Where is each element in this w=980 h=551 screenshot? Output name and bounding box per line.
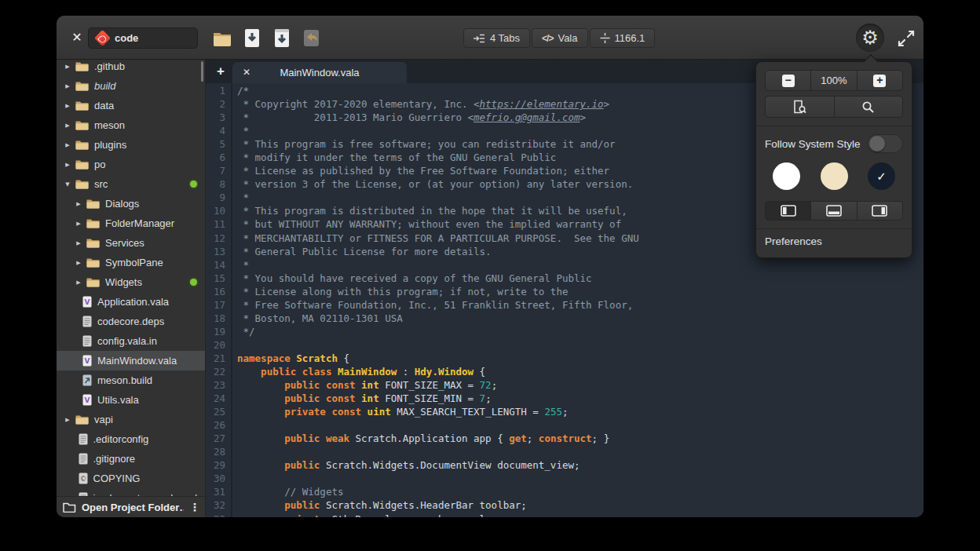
tree-item-codecore-deps[interactable]: codecore.deps [57,312,205,331]
style-sepia-option[interactable] [821,162,848,190]
expander-closed-icon[interactable]: ▶ [63,83,72,89]
expander-closed-icon[interactable]: ▶ [63,103,72,109]
code-line[interactable]: 31 // Widgets [206,485,923,498]
tree-item-plugins[interactable]: ▶plugins [57,135,205,155]
zoom-level[interactable]: 100% [811,70,857,91]
expander-closed-icon[interactable]: ▶ [74,240,83,246]
save-button[interactable] [243,28,263,48]
style-light-option[interactable] [773,162,800,190]
tree-item-data[interactable]: ▶data [57,96,205,115]
expander-closed-icon[interactable]: ▶ [63,64,72,70]
goto-line-button[interactable]: 1166.1 [590,28,656,48]
tree-item-config-vala-in[interactable]: config.vala.in [57,331,205,351]
vcs-modified-badge [190,181,197,188]
tree-item-meson[interactable]: ▶meson [57,115,205,135]
tree-item-vapi[interactable]: ▶vapi [57,410,205,429]
line-number: 26 [206,418,232,432]
code-line[interactable]: 18 * Boston, MA 02110-1301 USA [206,312,923,325]
code-line[interactable]: 19 */ [206,325,923,338]
tree-item-label: build [94,80,115,92]
follow-system-style-row: Follow System Style [756,126,912,153]
code-line[interactable]: 23 public const int FONT_SIZE_MAX = 72; [206,378,923,392]
tree-item-copying[interactable]: ©COPYING [57,469,205,488]
tab-mainwindow-vala[interactable]: ✕ MainWindow.vala [232,62,407,83]
code-line[interactable]: 29 public Scratch.Widgets.DocumentView d… [206,458,923,472]
find-in-project-button[interactable] [765,96,835,118]
expander-closed-icon[interactable]: ▶ [63,162,72,168]
open-project-folder-button[interactable]: Open Project Folder… [82,502,184,513]
project-chooser-button[interactable]: code [88,27,198,49]
zoom-out-button[interactable]: − [765,70,811,91]
code-line[interactable]: 24 public const int FONT_SIZE_MIN = 7; [206,392,923,405]
fullscreen-button[interactable] [897,29,916,48]
tree-item-meson-build[interactable]: meson.build [57,370,205,390]
tree-item-widgets[interactable]: ▶Widgets [57,272,205,292]
tree-item-io-elementary-code-yml[interactable]: io.elementary.code.yml [57,488,205,496]
toggle-outline-button[interactable] [858,201,903,221]
style-dark-option[interactable]: ✓ [868,162,895,190]
toggle-terminal-button[interactable] [811,201,857,221]
revert-button[interactable] [302,28,322,48]
code-line[interactable]: 30 [206,472,923,485]
expander-closed-icon[interactable]: ▶ [63,142,72,148]
code-line[interactable]: 28 [206,445,923,458]
new-tab-button[interactable]: + [212,63,229,80]
zoom-in-button[interactable]: + [858,70,903,91]
tree-item-symbolpane[interactable]: ▶SymbolPane [57,253,205,272]
code-line[interactable]: 16 * License along with this program; if… [206,285,923,298]
code-line[interactable]: 14 * [206,258,923,272]
code-line[interactable]: 25 private const uint MAX_SEARCH_TEXT_LE… [206,405,923,418]
line-number: 24 [206,392,232,405]
tree-item--editorconfig[interactable]: .editorconfig [57,429,205,449]
tree-item--github[interactable]: ▶.github [57,57,205,76]
expander-open-icon[interactable]: ▼ [63,181,72,188]
sidebar-menu-button[interactable]: ⋮ [189,501,199,513]
code-line[interactable]: 27 public weak Scratch.Application app {… [206,432,923,445]
settings-menu-button[interactable]: ⚙ [856,24,884,52]
expander-closed-icon[interactable]: ▶ [74,279,83,286]
tree-item-services[interactable]: ▶Services [57,233,205,253]
folder-icon [75,159,89,170]
tree-item-build[interactable]: ▶build [57,76,205,96]
find-control [765,96,903,118]
toggle-sidebar-button[interactable] [765,201,811,221]
tree-item-application-vala[interactable]: VApplication.vala [57,292,205,312]
svg-text:V: V [85,298,90,306]
line-column-icon [600,33,610,43]
code-line[interactable]: 22 public class MainWindow : Hdy.Window … [206,365,923,378]
code-line[interactable]: 20 [206,338,923,352]
code-text: * This program is distributed in the hop… [232,204,627,217]
tree-item-po[interactable]: ▶po [57,155,205,174]
code-line[interactable]: 17 * Free Software Foundation, Inc., 51 … [206,298,923,312]
tabs-overview-button[interactable]: 4 Tabs [463,28,530,48]
open-folder-button[interactable] [212,28,232,48]
tree-item-dialogs[interactable]: ▶Dialogs [57,194,205,213]
line-number: 30 [206,472,232,485]
tabs-count-label: 4 Tabs [490,32,520,44]
expander-closed-icon[interactable]: ▶ [74,201,83,207]
expander-closed-icon[interactable]: ▶ [63,417,72,423]
expander-closed-icon[interactable]: ▶ [74,221,83,227]
save-as-button[interactable] [272,28,293,48]
tree-item-label: data [94,100,114,111]
code-line[interactable]: 26 [206,418,923,432]
sidebar-scrollbar[interactable] [201,61,203,82]
find-button[interactable] [835,96,904,118]
tree-item-mainwindow-vala[interactable]: VMainWindow.vala [57,351,205,370]
code-line[interactable]: 21namespace Scratch { [206,352,923,365]
tree-item-src[interactable]: ▼src [57,174,205,194]
vala-icon: V [82,296,92,308]
tree-item-label: Dialogs [105,198,139,210]
code-line[interactable]: 32 public Scratch.Widgets.HeaderBar tool… [206,498,923,512]
preferences-menu-item[interactable]: Preferences [756,229,912,254]
code-line[interactable]: 33 private Gtk.Revealer search_revealer; [206,513,923,518]
code-line[interactable]: 15 * You should have received a copy of … [206,272,923,285]
expander-closed-icon[interactable]: ▶ [74,260,83,266]
expander-closed-icon[interactable]: ▶ [63,122,72,129]
tree-item-utils-vala[interactable]: VUtils.vala [57,390,205,410]
follow-system-style-switch[interactable] [867,134,903,153]
tree-item--gitignore[interactable]: .gitignore [57,449,205,469]
window-close-button[interactable]: ✕ [66,27,88,49]
tree-item-foldermanager[interactable]: ▶FolderManager [57,213,205,233]
language-button[interactable]: </> Vala [532,28,587,48]
